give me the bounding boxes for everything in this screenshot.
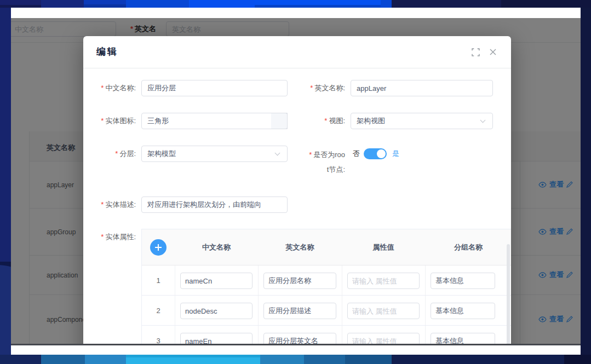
layer-label: *分层: xyxy=(83,146,136,162)
close-icon xyxy=(489,48,497,56)
attr-value-input[interactable] xyxy=(347,333,420,344)
row-number: 3 xyxy=(142,326,175,344)
attr-en-input[interactable] xyxy=(263,303,336,319)
attr-en-input[interactable] xyxy=(263,333,336,344)
app-bottom-edge xyxy=(11,344,581,345)
chevron-down-icon xyxy=(275,151,280,156)
entity-icon-input[interactable] xyxy=(141,113,288,129)
cn-name-label: *中文名称: xyxy=(83,80,136,96)
layer-select[interactable]: 架构模型 xyxy=(141,146,288,162)
view-select[interactable]: 架构视图 xyxy=(351,113,493,129)
attr-col-group: 分组名称 xyxy=(425,229,511,265)
attribute-row: 1 xyxy=(142,265,511,296)
is-root-label: *是否为roo t节点: xyxy=(296,147,345,177)
dialog-header: 编辑 xyxy=(83,36,511,68)
attr-col-en-name: 英文名称 xyxy=(258,229,342,265)
attr-group-input[interactable] xyxy=(431,273,495,289)
row-number: 1 xyxy=(142,265,175,296)
edit-dialog: 编辑 *中文名称: *英文名称: xyxy=(83,36,511,344)
attr-value-input[interactable] xyxy=(347,273,420,289)
page: *英文名 英文名称 appLayer appGroup application … xyxy=(0,0,591,364)
toggle-knob xyxy=(377,149,386,158)
en-name-input[interactable] xyxy=(351,80,493,96)
fullscreen-button[interactable] xyxy=(472,48,480,57)
is-root-on-label: 是 xyxy=(392,146,399,162)
entity-desc-input[interactable] xyxy=(141,197,288,213)
close-button[interactable] xyxy=(489,48,498,57)
app-window: *英文名 英文名称 appLayer appGroup application … xyxy=(11,8,581,355)
entity-attrs-label: *实体属性: xyxy=(83,229,136,245)
attr-group-input[interactable] xyxy=(431,333,495,344)
row-number: 2 xyxy=(142,296,175,326)
attr-col-value: 属性值 xyxy=(342,229,425,265)
dialog-title: 编辑 xyxy=(96,36,118,68)
en-name-label: *英文名称: xyxy=(296,80,345,96)
attribute-row: 3 xyxy=(142,326,511,344)
entity-desc-label: *实体描述: xyxy=(83,197,136,213)
view-label: *视图: xyxy=(296,113,345,129)
attr-col-cn-name: 中文名称 xyxy=(175,229,258,265)
attribute-table-header: 中文名称 英文名称 属性值 分组名称 xyxy=(142,229,511,265)
attr-cn-input[interactable] xyxy=(180,303,253,319)
entity-icon-label: *实体图标: xyxy=(83,113,136,129)
app-viewport: *英文名 英文名称 appLayer appGroup application … xyxy=(11,18,581,344)
plus-icon xyxy=(154,244,162,251)
deco-left-strip xyxy=(0,8,11,355)
chevron-down-icon xyxy=(480,118,486,123)
cn-name-input[interactable] xyxy=(141,80,288,96)
attr-value-input[interactable] xyxy=(347,303,420,319)
fullscreen-icon xyxy=(472,48,480,56)
attribute-row: 2 xyxy=(142,296,511,326)
deco-right-strip xyxy=(581,8,591,355)
entity-icon-append-button[interactable] xyxy=(271,113,288,129)
attr-cn-input[interactable] xyxy=(180,333,253,344)
is-root-toggle[interactable] xyxy=(364,148,387,159)
add-attribute-button[interactable] xyxy=(150,239,167,256)
attr-group-input[interactable] xyxy=(431,303,495,319)
attribute-table: 中文名称 英文名称 属性值 分组名称 1 2 xyxy=(141,229,511,344)
modal-scrollbar[interactable] xyxy=(507,244,510,344)
is-root-off-label: 否 xyxy=(353,146,360,162)
attr-en-input[interactable] xyxy=(263,273,336,289)
attr-cn-input[interactable] xyxy=(180,273,253,289)
